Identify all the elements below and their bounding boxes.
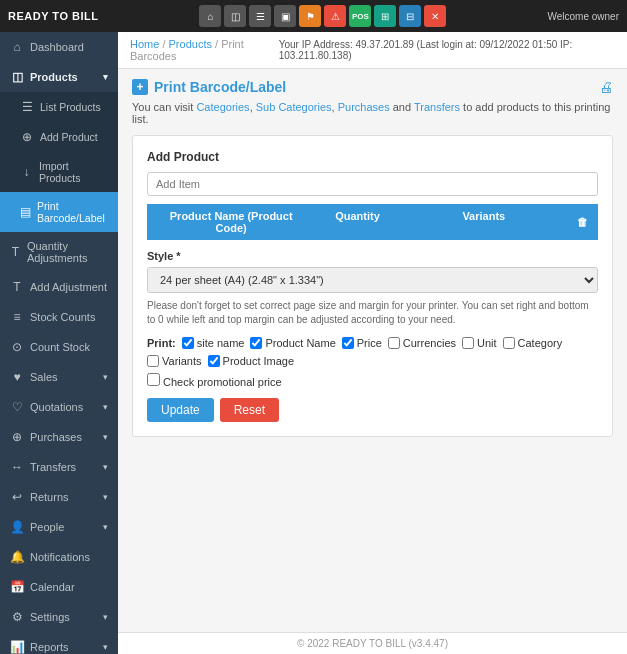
grid2-icon[interactable]: ⊟ [399, 5, 421, 27]
checkbox-product-name-input[interactable] [250, 337, 262, 349]
checkbox-unit[interactable]: Unit [462, 337, 497, 349]
print-button[interactable]: 🖨 [599, 79, 613, 95]
returns-icon: ↩ [10, 490, 24, 504]
checkbox-site-name-input[interactable] [182, 337, 194, 349]
sidebar-item-transfers[interactable]: ↔ Transfers ▾ [0, 452, 118, 482]
btn-row: Update Reset [147, 398, 598, 422]
close-icon[interactable]: ✕ [424, 5, 446, 27]
checkbox-product-image-label: Product Image [223, 355, 295, 367]
sidebar-item-label: Print Barcode/Label [37, 200, 108, 224]
sidebar-item-calendar[interactable]: 📅 Calendar [0, 572, 118, 602]
list-icon[interactable]: ☰ [249, 5, 271, 27]
sidebar-item-add-product[interactable]: ⊕ Add Product [0, 122, 118, 152]
checkbox-promo[interactable]: Check promotional price [147, 376, 282, 388]
sidebar-item-label: Quotations [30, 401, 83, 413]
style-select[interactable]: 24 per sheet (A4) (2.48" x 1.334") [147, 267, 598, 293]
sidebar-item-import-products[interactable]: ↓ Import Products [0, 152, 118, 192]
page-title: + Print Barcode/Label [132, 79, 286, 95]
settings-icon: ⚙ [10, 610, 24, 624]
checkbox-price-input[interactable] [342, 337, 354, 349]
grid-icon[interactable]: ⊞ [374, 5, 396, 27]
check-promo-row: Check promotional price [147, 373, 598, 388]
sidebar-item-quantity-adj[interactable]: T Quantity Adjustments [0, 232, 118, 272]
checkbox-product-image-input[interactable] [208, 355, 220, 367]
info-prefix: You can visit [132, 101, 193, 113]
checkbox-category-input[interactable] [503, 337, 515, 349]
checkbox-site-name[interactable]: site name [182, 337, 245, 349]
breadcrumb-sep1: / [162, 38, 165, 50]
sidebar-item-label: List Products [40, 101, 101, 113]
hint-text: Please don't forget to set correct page … [147, 299, 598, 327]
page-title-label: Print Barcode/Label [154, 79, 286, 95]
sidebar-item-label: Stock Counts [30, 311, 95, 323]
sidebar-item-returns[interactable]: ↩ Returns ▾ [0, 482, 118, 512]
checkbox-unit-label: Unit [477, 337, 497, 349]
add-product-card: Add Product Product Name (Product Code) … [132, 135, 613, 437]
sidebar-item-products[interactable]: ◫ Products ▾ [0, 62, 118, 92]
checkbox-variants[interactable]: Variants [147, 355, 202, 367]
info-link-transfers[interactable]: Transfers [414, 101, 460, 113]
col-quantity: Quantity [315, 204, 399, 240]
sidebar-item-label: Quantity Adjustments [27, 240, 108, 264]
sidebar-item-label: Notifications [30, 551, 90, 563]
breadcrumb-products[interactable]: Products [169, 38, 212, 50]
update-button[interactable]: Update [147, 398, 214, 422]
chevron-down-icon: ▾ [103, 402, 108, 412]
checkbox-unit-input[interactable] [462, 337, 474, 349]
sidebar-item-label: Count Stock [30, 341, 90, 353]
info-link-purchases[interactable]: Purchases [338, 101, 390, 113]
breadcrumb-home[interactable]: Home [130, 38, 159, 50]
sidebar-item-people[interactable]: 👤 People ▾ [0, 512, 118, 542]
sidebar-item-sales[interactable]: ♥ Sales ▾ [0, 362, 118, 392]
sidebar-item-label: Add Product [40, 131, 98, 143]
add-product-icon: ⊕ [20, 130, 34, 144]
checkbox-site-name-label: site name [197, 337, 245, 349]
sidebar-item-print-barcode[interactable]: ▤ Print Barcode/Label [0, 192, 118, 232]
style-label: Style * [147, 250, 598, 262]
box-icon[interactable]: ▣ [274, 5, 296, 27]
info-link-subcategories[interactable]: Sub Categories [256, 101, 332, 113]
checkbox-product-image[interactable]: Product Image [208, 355, 295, 367]
chevron-down-icon: ▾ [103, 492, 108, 502]
info-link-categories[interactable]: Categories [196, 101, 249, 113]
checkbox-currencies-input[interactable] [388, 337, 400, 349]
checkbox-variants-input[interactable] [147, 355, 159, 367]
checkbox-category[interactable]: Category [503, 337, 563, 349]
add-item-input[interactable] [147, 172, 598, 196]
pos-icon[interactable]: POS [349, 5, 371, 27]
checkbox-price[interactable]: Price [342, 337, 382, 349]
sidebar-item-dashboard[interactable]: ⌂ Dashboard [0, 32, 118, 62]
sidebar-item-quotations[interactable]: ♡ Quotations ▾ [0, 392, 118, 422]
sidebar-item-label: Add Adjustment [30, 281, 107, 293]
info-text: You can visit Categories, Sub Categories… [132, 101, 613, 125]
alert-icon[interactable]: ⚠ [324, 5, 346, 27]
checkbox-currencies-label: Currencies [403, 337, 456, 349]
barcode-icon: ▤ [20, 205, 31, 219]
checkbox-product-name[interactable]: Product Name [250, 337, 335, 349]
sidebar-item-list-products[interactable]: ☰ List Products [0, 92, 118, 122]
sidebar-item-label: People [30, 521, 64, 533]
sidebar-item-stock-counts[interactable]: ≡ Stock Counts [0, 302, 118, 332]
reset-button[interactable]: Reset [220, 398, 279, 422]
count-icon: ⊙ [10, 340, 24, 354]
sidebar-item-count-stock[interactable]: ⊙ Count Stock [0, 332, 118, 362]
home-icon[interactable]: ⌂ [199, 5, 221, 27]
subheader: Home / Products / Print Barcodes Your IP… [118, 32, 627, 69]
add-product-title: Add Product [147, 150, 598, 164]
sidebar-item-notifications[interactable]: 🔔 Notifications [0, 542, 118, 572]
sidebar-item-label: Import Products [39, 160, 108, 184]
sidebar-item-reports[interactable]: 📊 Reports ▾ [0, 632, 118, 654]
sidebar-item-add-adjustment[interactable]: T Add Adjustment [0, 272, 118, 302]
sidebar-item-settings[interactable]: ⚙ Settings ▾ [0, 602, 118, 632]
sidebar-item-purchases[interactable]: ⊕ Purchases ▾ [0, 422, 118, 452]
col-product-name: Product Name (Product Code) [147, 204, 315, 240]
sales-icon: ♥ [10, 370, 24, 384]
checkbox-promo-input[interactable] [147, 373, 160, 386]
page-title-row: + Print Barcode/Label 🖨 [132, 79, 613, 95]
tag-icon[interactable]: ⚑ [299, 5, 321, 27]
checkbox-product-name-label: Product Name [265, 337, 335, 349]
sidebar-item-label: Dashboard [30, 41, 84, 53]
checkbox-currencies[interactable]: Currencies [388, 337, 456, 349]
content-area: Home / Products / Print Barcodes Your IP… [118, 32, 627, 654]
chart-icon[interactable]: ◫ [224, 5, 246, 27]
